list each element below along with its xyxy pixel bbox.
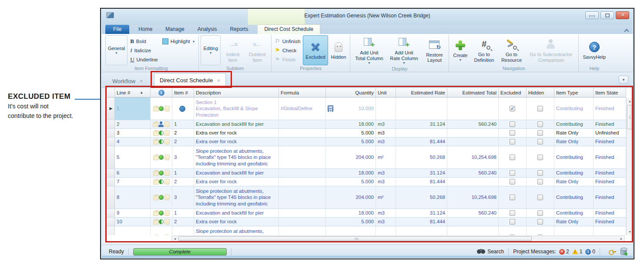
editing-button[interactable]: Editing▼ (201, 35, 221, 65)
cell-formula[interactable] (279, 186, 326, 208)
cell-hidden[interactable] (527, 169, 554, 177)
permissions-key-icon[interactable] (609, 249, 616, 255)
cell-hidden[interactable] (527, 218, 554, 226)
tab-analysis[interactable]: Analysis (191, 25, 224, 34)
cell-line-number[interactable]: 5 (115, 146, 151, 168)
excluded-checkbox[interactable] (510, 170, 515, 176)
cell-formula[interactable] (279, 138, 326, 146)
cell-hidden[interactable] (527, 209, 554, 217)
cell-estimated-total[interactable] (447, 218, 499, 226)
cell-unit[interactable]: m² (376, 186, 396, 208)
cell-hidden[interactable] (527, 120, 554, 128)
cell-status-icons[interactable] (151, 186, 172, 208)
row-selector[interactable] (107, 226, 115, 235)
cell-estimated-rate[interactable]: 50.268 (396, 146, 447, 168)
cell-item-type[interactable]: Contributing (554, 169, 594, 177)
cell-estimated-total[interactable]: 560.240 (447, 209, 499, 217)
cell-line-number[interactable]: 7 (115, 178, 151, 186)
cell-formula[interactable] (279, 226, 326, 235)
grid-row-8[interactable]: 83Slope protection at abutments, "Terraf… (107, 186, 626, 209)
outdent-item-button[interactable]: ≡← Outdent Item (245, 35, 269, 65)
maximize-button[interactable] (600, 11, 614, 19)
grid-row-7[interactable]: 72Extra over for rock5.000m381.444Rate O… (107, 178, 626, 186)
cell-estimated-rate[interactable] (396, 98, 447, 120)
cell-item-type[interactable]: Rate Only (554, 178, 594, 186)
hidden-checkbox[interactable] (537, 130, 543, 136)
cell-item-type[interactable]: Contributing (554, 98, 594, 120)
hidden-button[interactable]: Hidden (329, 35, 349, 65)
cell-quantity[interactable]: 5.000 (326, 178, 376, 186)
cell-line-number[interactable]: 8 (115, 186, 151, 208)
hidden-checkbox[interactable] (537, 106, 543, 111)
cell-status-icons[interactable] (151, 120, 172, 128)
cell-status-icons[interactable] (151, 209, 172, 217)
cell-item-number[interactable]: 2 (172, 129, 194, 137)
search-button[interactable]: Search (487, 249, 504, 255)
hidden-checkbox[interactable] (537, 179, 543, 185)
excluded-checkbox[interactable] (510, 139, 515, 145)
cell-hidden[interactable] (527, 98, 554, 120)
cell-status-icons[interactable] (151, 98, 172, 120)
cell-line-number[interactable]: 2 (115, 120, 151, 128)
hidden-checkbox[interactable] (537, 139, 543, 145)
cell-item-state[interactable]: Finished (594, 226, 626, 235)
cell-item-type[interactable]: Contributing (554, 209, 594, 217)
cell-estimated-rate[interactable]: 31.124 (396, 120, 447, 128)
excluded-checkbox[interactable] (510, 121, 515, 127)
cell-status-icons[interactable] (151, 169, 172, 177)
tab-list-dropdown-button[interactable]: ▼ (619, 76, 628, 84)
cell-excluded[interactable] (499, 98, 527, 120)
header-item-state[interactable]: Item State (594, 88, 626, 98)
doc-tab-direct-cost-schedule[interactable]: Direct Cost Schedule × (154, 73, 226, 87)
cell-estimated-total[interactable] (447, 178, 499, 186)
cell-quantity[interactable]: 5.000 (326, 138, 376, 146)
cell-status-icons[interactable] (151, 138, 172, 146)
cell-item-state[interactable]: Finished (594, 138, 626, 146)
cell-estimated-rate[interactable] (396, 129, 447, 137)
cell-item-number[interactable]: 2 (172, 218, 194, 226)
row-selector[interactable] (107, 178, 115, 186)
go-to-subcontractor-comparison-button[interactable]: Go to Subcontractor Comparison (525, 35, 577, 65)
cell-item-state[interactable]: Finished (594, 98, 626, 120)
cell-item-type[interactable]: Contributing (554, 120, 594, 128)
cell-item-number[interactable]: 2 (172, 178, 194, 186)
cell-estimated-rate[interactable]: 31.124 (396, 169, 447, 177)
underline-button[interactable]: UUnderline (128, 55, 160, 64)
cell-excluded[interactable] (499, 129, 527, 137)
cell-unit[interactable]: m3 (376, 138, 396, 146)
cell-status-icons[interactable] (151, 178, 172, 186)
cell-excluded[interactable] (499, 146, 527, 168)
cell-description[interactable]: Slope protection at abutments, "Terrafix… (194, 226, 279, 235)
cell-description[interactable]: Section 1 Excavation, Backfill & Slope P… (194, 98, 279, 120)
scroll-up-arrow[interactable]: ▲ (627, 98, 633, 104)
cell-item-number[interactable]: 3 (172, 186, 194, 208)
cell-excluded[interactable] (499, 186, 527, 208)
cell-item-number[interactable]: 1 (172, 120, 194, 128)
header-info-column[interactable]: i (151, 88, 172, 98)
cell-item-type[interactable]: Rate Only (554, 129, 594, 137)
cell-formula[interactable] (279, 218, 326, 226)
row-selector[interactable] (107, 146, 115, 168)
cell-estimated-rate[interactable]: 81.444 (396, 178, 447, 186)
indent-item-button[interactable]: →≡ Indent Item (221, 35, 244, 65)
cell-estimated-rate[interactable]: 81.444 (396, 218, 447, 226)
savvyhelp-button[interactable]: ? SavvyHelp (580, 35, 608, 65)
cell-item-state[interactable]: Unfinished (594, 129, 626, 137)
excluded-checkbox[interactable] (510, 130, 515, 136)
excluded-checkbox[interactable] (510, 235, 515, 235)
vertical-scrollbar[interactable]: ▲ ▼ (626, 98, 633, 235)
check-button[interactable]: ⚑Check (273, 46, 302, 55)
cell-item-type[interactable]: Rate Only (554, 138, 594, 146)
tab-reports[interactable]: Reports (223, 25, 255, 34)
cell-status-icons[interactable] (151, 129, 172, 137)
row-selector[interactable] (107, 169, 115, 177)
cell-formula[interactable] (279, 129, 326, 137)
cell-item-state[interactable]: Finished (594, 146, 626, 168)
cell-estimated-rate[interactable]: 31.124 (396, 209, 447, 217)
cell-unit[interactable]: m3 (376, 209, 396, 217)
cell-hidden[interactable] (527, 129, 554, 137)
hidden-checkbox[interactable] (537, 195, 543, 200)
horizontal-scrollbar[interactable]: ◄ ► (171, 235, 625, 242)
cell-estimated-rate[interactable]: 81.444 (396, 138, 447, 146)
create-button[interactable]: Create▼ (451, 35, 470, 65)
